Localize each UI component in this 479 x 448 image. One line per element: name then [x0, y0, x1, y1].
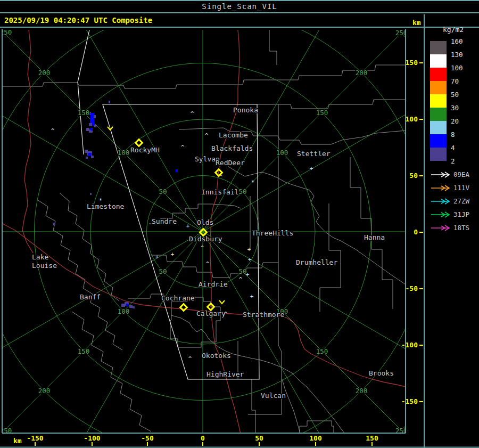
city-label: Okotoks: [202, 352, 231, 360]
city-label: Brooks: [369, 369, 394, 377]
scan-edge-line: [78, 30, 89, 154]
precip-echo: [90, 113, 94, 118]
precip-echo: [90, 118, 94, 123]
county-boundary: [282, 379, 300, 434]
highway-line: [22, 30, 33, 253]
legend-color-block: [430, 108, 447, 121]
precip-echo: [129, 305, 133, 308]
chevron-marker: [219, 300, 225, 304]
right-axis-tick-label: 50: [409, 172, 418, 180]
town-marker: ^: [205, 132, 209, 139]
azimuth-spoke: [203, 232, 362, 448]
city-label: Banff: [80, 293, 101, 301]
ring-distance-label: 50: [159, 188, 167, 196]
city-label: Blackfalds: [211, 144, 253, 152]
vector-id-label: 09EA: [453, 170, 470, 178]
town-marker: +: [247, 246, 251, 253]
county-boundary: [257, 100, 406, 109]
county-boundary: [72, 312, 151, 431]
precip-echo: [94, 115, 96, 118]
right-axis-tick-label: -50: [406, 284, 418, 292]
town-marker: +: [246, 271, 250, 278]
ring-distance-label: 150: [78, 347, 90, 355]
legend-color-block: [430, 81, 447, 94]
legend-value-label: 70: [451, 77, 459, 85]
legend-color-block: [430, 94, 447, 108]
county-boundary: [252, 379, 255, 434]
town-marker: ^: [201, 245, 204, 251]
precip-echo: [126, 304, 129, 306]
town-marker: +: [171, 251, 175, 258]
ring-distance-label: 100: [276, 149, 288, 157]
right-axis-tick-label: 100: [406, 115, 418, 123]
county-boundary: [37, 200, 122, 350]
bottom-axis-tick-label: -100: [84, 434, 100, 442]
legend-color-block: [430, 148, 447, 161]
city-label: Stettler: [297, 150, 331, 158]
county-boundary: [269, 30, 277, 65]
legend-value-label: 4: [451, 144, 455, 152]
precip-echo: [109, 101, 110, 103]
azimuth-spoke: [43, 0, 203, 232]
legend-value-label: 2: [451, 157, 455, 165]
town-marker: ^: [206, 260, 210, 267]
precip-echo: [91, 156, 94, 158]
town-marker: ^: [224, 311, 228, 317]
legend-color-block: [430, 121, 447, 134]
legend-value-label: 20: [451, 117, 459, 125]
legend-value-label: 100: [451, 64, 463, 72]
town-marker: *: [99, 197, 103, 204]
town-marker: ^: [181, 144, 185, 151]
town-marker: ^: [188, 355, 192, 362]
city-label: Ponoka: [233, 106, 258, 114]
county-boundary: [151, 255, 278, 278]
radar-site-diamond: [180, 304, 187, 311]
town-marker: +: [186, 223, 190, 230]
precip-echo: [90, 128, 93, 131]
right-axis-unit: km: [412, 19, 421, 27]
precip-echo: [121, 304, 125, 307]
city-label: Airdrie: [199, 280, 228, 288]
bottom-axis-tick-label: 100: [309, 434, 322, 442]
town-marker: ^: [239, 276, 243, 283]
city-label: Hanna: [364, 233, 385, 241]
right-axis-tick-label: -100: [401, 341, 418, 349]
bottom-axis-tick-label: 0: [201, 434, 205, 442]
city-label: Drumheller: [296, 258, 337, 266]
city-label: RedDeer: [216, 159, 245, 167]
precip-echo: [86, 157, 88, 159]
ring-distance-label: 150: [78, 109, 90, 117]
legend-value-label: 30: [451, 104, 459, 112]
city-label: Cochrane: [161, 294, 195, 302]
city-label: Didsbury: [189, 235, 222, 243]
city-label: Olds: [197, 218, 213, 226]
vector-id-label: 27ZW: [453, 197, 470, 205]
town-marker: +: [155, 254, 159, 260]
right-axis-tick-label: 150: [406, 59, 418, 67]
ring-distance-label: 150: [316, 347, 328, 355]
city-label: Vulcan: [261, 392, 286, 400]
county-boundary: [320, 203, 341, 312]
legend-value-label: 8: [451, 131, 455, 139]
town-marker: ^: [51, 127, 55, 134]
ring-distance-label: 50: [238, 188, 246, 196]
precip-echo: [94, 125, 96, 127]
county-boundary: [3, 65, 406, 88]
ring-distance-label: 200: [356, 69, 368, 77]
precip-echo: [176, 169, 178, 172]
azimuth-spoke: [43, 232, 203, 448]
precip-echo: [90, 193, 92, 195]
city-label: Sundre: [152, 217, 177, 225]
city-label: RockyMH: [130, 146, 160, 154]
precip-echo: [133, 306, 135, 308]
city-label: HighRiver: [207, 370, 244, 378]
bottom-axis-unit: km: [13, 437, 22, 445]
bottom-axis-tick-label: -50: [141, 434, 154, 442]
ring-distance-label: 200: [356, 387, 368, 395]
bottom-axis-tick-label: -150: [27, 434, 43, 442]
legend-value-label: 160: [451, 37, 463, 45]
legend-unit-label: kg/m2: [443, 26, 464, 34]
ring-distance-label: 50: [159, 267, 167, 275]
legend-color-block: [430, 134, 447, 148]
town-marker: +: [248, 256, 252, 263]
